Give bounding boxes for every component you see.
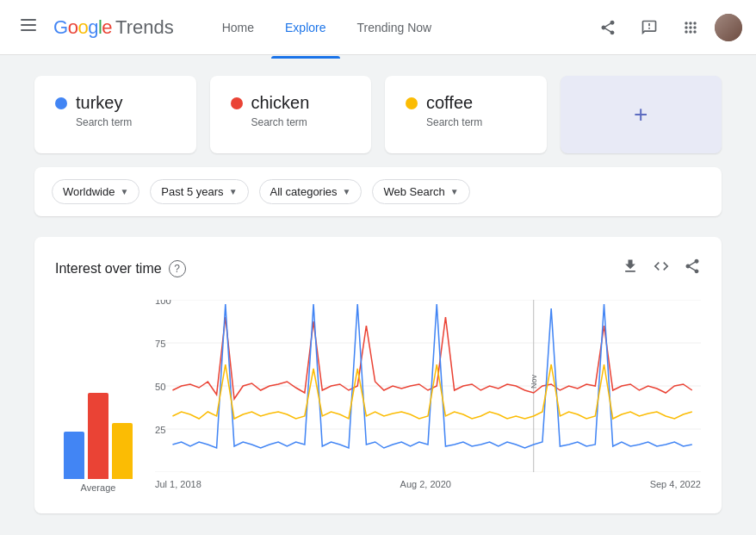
share-chart-button[interactable] bbox=[684, 258, 701, 279]
x-label-3: Sep 4, 2022 bbox=[650, 479, 701, 489]
svg-text:75: 75 bbox=[155, 339, 165, 349]
svg-rect-1 bbox=[21, 24, 36, 26]
svg-text:50: 50 bbox=[155, 382, 165, 392]
chevron-down-icon: ▼ bbox=[450, 187, 459, 196]
svg-text:Nov: Nov bbox=[530, 375, 538, 389]
logo-trends-text: Trends bbox=[115, 16, 174, 39]
filter-location[interactable]: Worldwide ▼ bbox=[52, 179, 139, 204]
chart-title-group: Interest over time ? bbox=[55, 260, 186, 277]
nav-explore[interactable]: Explore bbox=[271, 14, 339, 41]
card-label-chicken: Search term bbox=[251, 116, 351, 128]
chart-x-labels: Jul 1, 2018 Aug 2, 2020 Sep 4, 2022 bbox=[155, 476, 701, 493]
avatar[interactable] bbox=[715, 14, 742, 41]
header-left: Google Trends bbox=[14, 10, 174, 44]
embed-button[interactable] bbox=[653, 258, 670, 279]
chevron-down-icon: ▼ bbox=[229, 187, 238, 196]
chart-header: Interest over time ? bbox=[55, 258, 701, 279]
line-chart-area: 100 75 50 25 Nov Jul 1, 2018 bbox=[155, 300, 701, 493]
x-label-1: Jul 1, 2018 bbox=[155, 479, 201, 489]
hamburger-icon[interactable] bbox=[14, 10, 43, 44]
logo[interactable]: Google Trends bbox=[53, 16, 174, 39]
add-icon: + bbox=[634, 101, 648, 128]
download-button[interactable] bbox=[622, 258, 639, 279]
card-label-coffee: Search term bbox=[426, 116, 526, 128]
chart-section: Interest over time ? bbox=[34, 237, 722, 513]
apps-button[interactable] bbox=[673, 10, 708, 45]
bar-chart-label: Average bbox=[81, 482, 116, 493]
help-icon[interactable]: ? bbox=[169, 260, 186, 277]
svg-text:25: 25 bbox=[155, 425, 165, 435]
search-card-turkey[interactable]: turkey Search term bbox=[34, 76, 196, 153]
card-header-coffee: coffee bbox=[406, 93, 526, 113]
bars bbox=[64, 376, 133, 479]
card-label-turkey: Search term bbox=[76, 116, 176, 128]
card-term-chicken: chicken bbox=[251, 93, 310, 113]
feedback-button[interactable] bbox=[632, 10, 666, 45]
chevron-down-icon: ▼ bbox=[343, 187, 351, 196]
header: Google Trends Home Explore Trending Now bbox=[0, 0, 756, 55]
chart-actions bbox=[622, 258, 701, 279]
chart-title: Interest over time bbox=[55, 261, 162, 277]
filter-location-label: Worldwide bbox=[63, 185, 115, 198]
average-bar-chart: Average bbox=[55, 376, 141, 493]
share-button[interactable] bbox=[591, 10, 625, 45]
main-content: turkey Search term chicken Search term c… bbox=[0, 55, 756, 534]
logo-text: Google bbox=[53, 16, 112, 39]
bar-chicken bbox=[88, 393, 108, 479]
filter-type[interactable]: Web Search ▼ bbox=[372, 179, 469, 204]
chevron-down-icon: ▼ bbox=[120, 187, 128, 196]
filter-type-label: Web Search bbox=[383, 185, 444, 198]
card-header-chicken: chicken bbox=[231, 93, 351, 113]
svg-rect-2 bbox=[21, 29, 36, 31]
chart-container: Average 100 75 50 25 bbox=[55, 300, 701, 493]
nav-home[interactable]: Home bbox=[208, 14, 268, 41]
header-actions bbox=[591, 10, 742, 45]
color-dot-coffee bbox=[406, 97, 418, 109]
color-dot-turkey bbox=[55, 97, 67, 109]
search-card-coffee[interactable]: coffee Search term bbox=[385, 76, 547, 153]
filter-time[interactable]: Past 5 years ▼ bbox=[150, 179, 248, 204]
nav-trending[interactable]: Trending Now bbox=[344, 14, 446, 41]
card-term-coffee: coffee bbox=[426, 93, 473, 113]
color-dot-chicken bbox=[231, 97, 243, 109]
card-term-turkey: turkey bbox=[76, 93, 122, 113]
line-chart-svg: 100 75 50 25 Nov bbox=[155, 300, 701, 472]
search-card-chicken[interactable]: chicken Search term bbox=[210, 76, 372, 153]
bar-coffee bbox=[112, 423, 133, 479]
x-label-2: Aug 2, 2020 bbox=[400, 479, 451, 489]
main-nav: Home Explore Trending Now bbox=[208, 14, 445, 41]
svg-rect-0 bbox=[21, 19, 36, 21]
svg-text:100: 100 bbox=[155, 300, 171, 306]
filter-category-label: All categories bbox=[270, 185, 338, 198]
add-search-card[interactable]: + bbox=[561, 76, 722, 153]
filter-time-label: Past 5 years bbox=[161, 185, 223, 198]
card-header-turkey: turkey bbox=[55, 93, 176, 113]
help-label: ? bbox=[174, 263, 180, 275]
search-cards-container: turkey Search term chicken Search term c… bbox=[34, 76, 722, 153]
bar-turkey bbox=[64, 432, 84, 479]
filter-category[interactable]: All categories ▼ bbox=[259, 179, 363, 204]
filters-row: Worldwide ▼ Past 5 years ▼ All categorie… bbox=[34, 167, 722, 216]
